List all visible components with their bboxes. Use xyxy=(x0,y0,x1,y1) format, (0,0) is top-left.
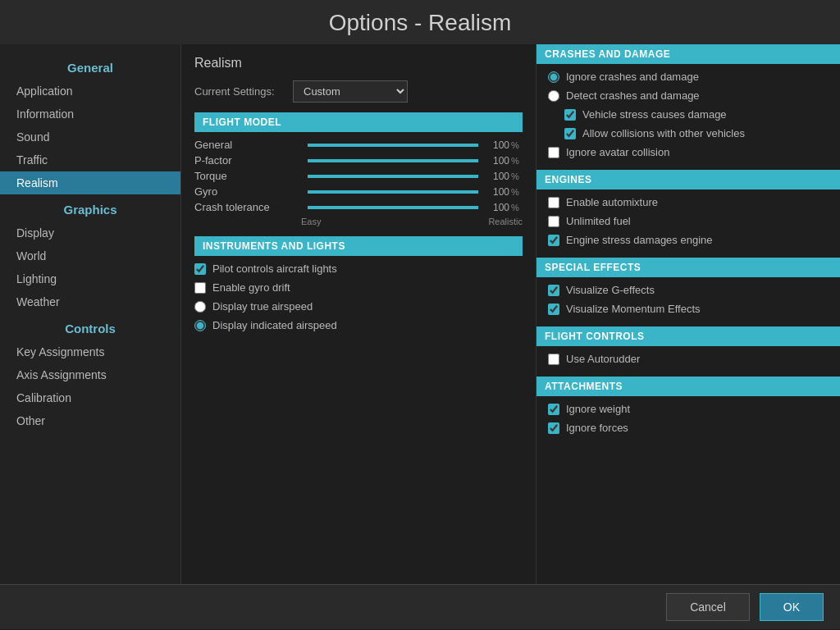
check-engine-stress[interactable]: Engine stress damages engine xyxy=(548,234,829,246)
bottom-bar: Cancel OK xyxy=(0,584,840,629)
radio-detect-crashes[interactable]: Detect crashes and damage xyxy=(548,89,829,102)
check-unlimited-fuel[interactable]: Unlimited fuel xyxy=(548,215,829,227)
sidebar-group-general-label: General xyxy=(0,52,180,80)
sidebar-item-application[interactable]: Application xyxy=(0,80,180,103)
check-ignore-forces[interactable]: Ignore forces xyxy=(548,422,829,434)
check-ignore-weight[interactable]: Ignore weight xyxy=(548,403,829,415)
slider-general: General 100 % xyxy=(194,139,523,151)
slider-crash-tolerance: Crash tolerance 100 % xyxy=(194,201,523,213)
slider-realistic-label: Realistic xyxy=(488,217,523,226)
radio-indicated-airspeed[interactable]: Display indicated airspeed xyxy=(194,319,523,331)
check-pilot-controls-lights[interactable]: Pilot controls aircraft lights xyxy=(194,262,523,275)
sidebar-item-calibration[interactable]: Calibration xyxy=(0,386,180,409)
check-enable-gyro-drift[interactable]: Enable gyro drift xyxy=(194,281,523,294)
sidebar-item-world[interactable]: World xyxy=(0,244,180,267)
sidebar-item-realism[interactable]: Realism xyxy=(0,171,180,194)
page-title: Options - Realism xyxy=(0,0,840,44)
special-effects-header: SPECIAL EFFECTS xyxy=(536,258,840,277)
slider-gyro: Gyro 100 % xyxy=(194,185,523,198)
sidebar-item-weather[interactable]: Weather xyxy=(0,290,180,313)
center-panel: Realism Current Settings: Custom Easy Me… xyxy=(180,44,536,584)
sidebar-item-traffic[interactable]: Traffic xyxy=(0,148,180,171)
flight-model-header: FLIGHT MODEL xyxy=(194,112,523,132)
sidebar-group-graphics-label: Graphics xyxy=(0,194,180,221)
radio-true-airspeed[interactable]: Display true airspeed xyxy=(194,300,523,313)
slider-pfactor: P-factor 100 % xyxy=(194,154,523,167)
sidebar-item-key-assignments[interactable]: Key Assignments xyxy=(0,340,180,363)
crashes-damage-header: CRASHES AND DAMAGE xyxy=(536,44,840,64)
ok-button[interactable]: OK xyxy=(760,593,824,621)
check-allow-collisions[interactable]: Allow collisions with other vehicles xyxy=(548,127,829,139)
check-visualize-momentum[interactable]: Visualize Momentum Effects xyxy=(548,303,829,315)
cancel-button[interactable]: Cancel xyxy=(666,593,750,621)
check-visualize-g-effects[interactable]: Visualize G-effects xyxy=(548,284,829,296)
sidebar-item-information[interactable]: Information xyxy=(0,103,180,126)
radio-ignore-crashes[interactable]: Ignore crashes and damage xyxy=(548,71,829,83)
sidebar: General Application Information Sound Tr… xyxy=(0,44,180,584)
attachments-header: ATTACHMENTS xyxy=(536,377,840,396)
check-enable-automixture[interactable]: Enable automixture xyxy=(548,196,829,208)
sidebar-item-other[interactable]: Other xyxy=(0,409,180,432)
flight-controls-header: FLIGHT CONTROLS xyxy=(536,326,840,346)
slider-torque: Torque 100 % xyxy=(194,170,523,182)
current-settings-label: Current Settings: xyxy=(194,85,293,98)
check-vehicle-stress[interactable]: Vehicle stress causes damage xyxy=(548,108,829,121)
sidebar-item-lighting[interactable]: Lighting xyxy=(0,267,180,290)
slider-easy-label: Easy xyxy=(301,217,321,226)
right-panel: CRASHES AND DAMAGE Ignore crashes and da… xyxy=(536,44,840,584)
instruments-header: INSTRUMENTS AND LIGHTS xyxy=(194,236,523,256)
sidebar-item-display[interactable]: Display xyxy=(0,221,180,244)
sidebar-item-sound[interactable]: Sound xyxy=(0,126,180,148)
check-use-autorudder[interactable]: Use Autorudder xyxy=(548,353,829,365)
sidebar-item-axis-assignments[interactable]: Axis Assignments xyxy=(0,363,180,386)
sidebar-group-controls-label: Controls xyxy=(0,313,180,340)
engines-header: ENGINES xyxy=(536,170,840,189)
panel-title: Realism xyxy=(194,56,523,71)
current-settings-dropdown[interactable]: Custom Easy Medium Realistic xyxy=(293,80,408,103)
check-ignore-avatar-collision[interactable]: Ignore avatar collision xyxy=(548,146,829,158)
